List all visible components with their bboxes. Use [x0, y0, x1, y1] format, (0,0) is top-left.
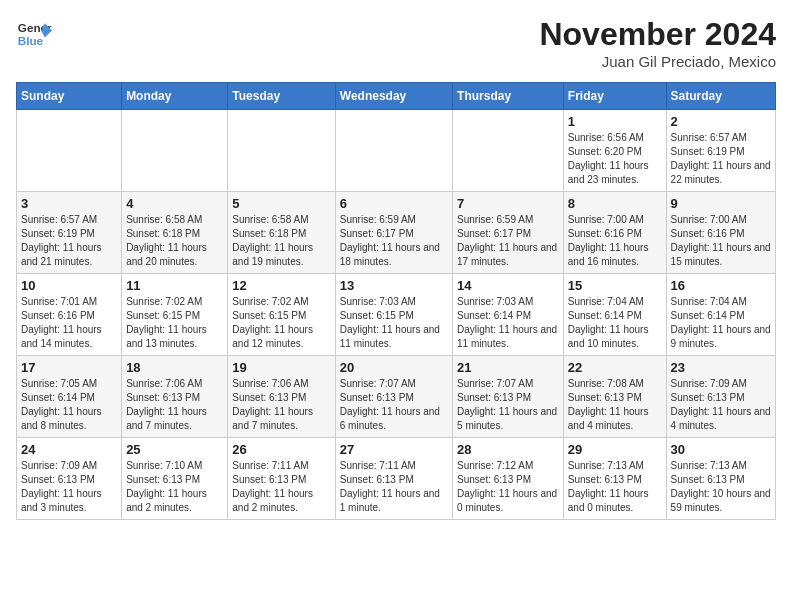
calendar-cell: 18Sunrise: 7:06 AM Sunset: 6:13 PM Dayli…	[122, 356, 228, 438]
day-number: 2	[671, 114, 771, 129]
header: General Blue November 2024 Juan Gil Prec…	[16, 16, 776, 70]
calendar-cell: 2Sunrise: 6:57 AM Sunset: 6:19 PM Daylig…	[666, 110, 775, 192]
calendar-cell: 9Sunrise: 7:00 AM Sunset: 6:16 PM Daylig…	[666, 192, 775, 274]
calendar-cell: 19Sunrise: 7:06 AM Sunset: 6:13 PM Dayli…	[228, 356, 335, 438]
calendar-cell: 27Sunrise: 7:11 AM Sunset: 6:13 PM Dayli…	[335, 438, 452, 520]
day-number: 1	[568, 114, 662, 129]
calendar-week-row: 17Sunrise: 7:05 AM Sunset: 6:14 PM Dayli…	[17, 356, 776, 438]
title-block: November 2024 Juan Gil Preciado, Mexico	[539, 16, 776, 70]
day-info: Sunrise: 7:09 AM Sunset: 6:13 PM Dayligh…	[21, 459, 117, 515]
day-number: 14	[457, 278, 559, 293]
day-number: 8	[568, 196, 662, 211]
calendar-week-row: 24Sunrise: 7:09 AM Sunset: 6:13 PM Dayli…	[17, 438, 776, 520]
calendar-cell	[453, 110, 564, 192]
day-number: 13	[340, 278, 448, 293]
day-info: Sunrise: 6:58 AM Sunset: 6:18 PM Dayligh…	[232, 213, 330, 269]
day-info: Sunrise: 6:59 AM Sunset: 6:17 PM Dayligh…	[340, 213, 448, 269]
weekday-header-row: Sunday Monday Tuesday Wednesday Thursday…	[17, 83, 776, 110]
day-number: 23	[671, 360, 771, 375]
day-number: 19	[232, 360, 330, 375]
day-info: Sunrise: 7:03 AM Sunset: 6:14 PM Dayligh…	[457, 295, 559, 351]
calendar-cell: 13Sunrise: 7:03 AM Sunset: 6:15 PM Dayli…	[335, 274, 452, 356]
day-info: Sunrise: 6:57 AM Sunset: 6:19 PM Dayligh…	[21, 213, 117, 269]
day-number: 7	[457, 196, 559, 211]
day-info: Sunrise: 7:02 AM Sunset: 6:15 PM Dayligh…	[232, 295, 330, 351]
calendar-cell: 1Sunrise: 6:56 AM Sunset: 6:20 PM Daylig…	[563, 110, 666, 192]
day-info: Sunrise: 7:08 AM Sunset: 6:13 PM Dayligh…	[568, 377, 662, 433]
day-number: 16	[671, 278, 771, 293]
day-info: Sunrise: 7:03 AM Sunset: 6:15 PM Dayligh…	[340, 295, 448, 351]
day-info: Sunrise: 6:58 AM Sunset: 6:18 PM Dayligh…	[126, 213, 223, 269]
day-info: Sunrise: 7:07 AM Sunset: 6:13 PM Dayligh…	[457, 377, 559, 433]
calendar-week-row: 3Sunrise: 6:57 AM Sunset: 6:19 PM Daylig…	[17, 192, 776, 274]
calendar-header: Sunday Monday Tuesday Wednesday Thursday…	[17, 83, 776, 110]
day-info: Sunrise: 6:57 AM Sunset: 6:19 PM Dayligh…	[671, 131, 771, 187]
day-number: 9	[671, 196, 771, 211]
calendar-cell: 7Sunrise: 6:59 AM Sunset: 6:17 PM Daylig…	[453, 192, 564, 274]
calendar-week-row: 10Sunrise: 7:01 AM Sunset: 6:16 PM Dayli…	[17, 274, 776, 356]
calendar-cell: 14Sunrise: 7:03 AM Sunset: 6:14 PM Dayli…	[453, 274, 564, 356]
day-info: Sunrise: 7:02 AM Sunset: 6:15 PM Dayligh…	[126, 295, 223, 351]
calendar-cell	[122, 110, 228, 192]
calendar-cell: 5Sunrise: 6:58 AM Sunset: 6:18 PM Daylig…	[228, 192, 335, 274]
calendar-cell: 26Sunrise: 7:11 AM Sunset: 6:13 PM Dayli…	[228, 438, 335, 520]
day-number: 20	[340, 360, 448, 375]
day-number: 30	[671, 442, 771, 457]
day-info: Sunrise: 6:56 AM Sunset: 6:20 PM Dayligh…	[568, 131, 662, 187]
day-info: Sunrise: 7:12 AM Sunset: 6:13 PM Dayligh…	[457, 459, 559, 515]
day-info: Sunrise: 7:04 AM Sunset: 6:14 PM Dayligh…	[671, 295, 771, 351]
day-info: Sunrise: 7:11 AM Sunset: 6:13 PM Dayligh…	[340, 459, 448, 515]
calendar-cell: 23Sunrise: 7:09 AM Sunset: 6:13 PM Dayli…	[666, 356, 775, 438]
logo: General Blue	[16, 16, 52, 52]
day-info: Sunrise: 7:00 AM Sunset: 6:16 PM Dayligh…	[568, 213, 662, 269]
calendar-cell: 4Sunrise: 6:58 AM Sunset: 6:18 PM Daylig…	[122, 192, 228, 274]
day-info: Sunrise: 7:06 AM Sunset: 6:13 PM Dayligh…	[232, 377, 330, 433]
calendar-cell: 21Sunrise: 7:07 AM Sunset: 6:13 PM Dayli…	[453, 356, 564, 438]
calendar-cell: 24Sunrise: 7:09 AM Sunset: 6:13 PM Dayli…	[17, 438, 122, 520]
calendar-table: Sunday Monday Tuesday Wednesday Thursday…	[16, 82, 776, 520]
day-number: 11	[126, 278, 223, 293]
day-number: 28	[457, 442, 559, 457]
day-info: Sunrise: 7:04 AM Sunset: 6:14 PM Dayligh…	[568, 295, 662, 351]
calendar-cell: 16Sunrise: 7:04 AM Sunset: 6:14 PM Dayli…	[666, 274, 775, 356]
header-saturday: Saturday	[666, 83, 775, 110]
calendar-cell	[17, 110, 122, 192]
calendar-cell: 6Sunrise: 6:59 AM Sunset: 6:17 PM Daylig…	[335, 192, 452, 274]
calendar-cell: 15Sunrise: 7:04 AM Sunset: 6:14 PM Dayli…	[563, 274, 666, 356]
day-number: 17	[21, 360, 117, 375]
month-year-title: November 2024	[539, 16, 776, 53]
calendar-cell: 17Sunrise: 7:05 AM Sunset: 6:14 PM Dayli…	[17, 356, 122, 438]
day-info: Sunrise: 7:00 AM Sunset: 6:16 PM Dayligh…	[671, 213, 771, 269]
header-thursday: Thursday	[453, 83, 564, 110]
day-number: 5	[232, 196, 330, 211]
calendar-cell: 30Sunrise: 7:13 AM Sunset: 6:13 PM Dayli…	[666, 438, 775, 520]
header-wednesday: Wednesday	[335, 83, 452, 110]
calendar-cell: 8Sunrise: 7:00 AM Sunset: 6:16 PM Daylig…	[563, 192, 666, 274]
day-info: Sunrise: 6:59 AM Sunset: 6:17 PM Dayligh…	[457, 213, 559, 269]
logo-icon: General Blue	[16, 16, 52, 52]
day-number: 4	[126, 196, 223, 211]
day-info: Sunrise: 7:06 AM Sunset: 6:13 PM Dayligh…	[126, 377, 223, 433]
day-info: Sunrise: 7:07 AM Sunset: 6:13 PM Dayligh…	[340, 377, 448, 433]
calendar-body: 1Sunrise: 6:56 AM Sunset: 6:20 PM Daylig…	[17, 110, 776, 520]
calendar-cell	[228, 110, 335, 192]
header-sunday: Sunday	[17, 83, 122, 110]
svg-text:Blue: Blue	[18, 34, 44, 47]
calendar-cell: 3Sunrise: 6:57 AM Sunset: 6:19 PM Daylig…	[17, 192, 122, 274]
day-info: Sunrise: 7:13 AM Sunset: 6:13 PM Dayligh…	[671, 459, 771, 515]
calendar-cell: 25Sunrise: 7:10 AM Sunset: 6:13 PM Dayli…	[122, 438, 228, 520]
day-number: 25	[126, 442, 223, 457]
day-number: 3	[21, 196, 117, 211]
day-info: Sunrise: 7:09 AM Sunset: 6:13 PM Dayligh…	[671, 377, 771, 433]
day-number: 29	[568, 442, 662, 457]
day-info: Sunrise: 7:11 AM Sunset: 6:13 PM Dayligh…	[232, 459, 330, 515]
day-info: Sunrise: 7:05 AM Sunset: 6:14 PM Dayligh…	[21, 377, 117, 433]
day-number: 24	[21, 442, 117, 457]
day-number: 26	[232, 442, 330, 457]
day-number: 10	[21, 278, 117, 293]
day-info: Sunrise: 7:13 AM Sunset: 6:13 PM Dayligh…	[568, 459, 662, 515]
day-number: 6	[340, 196, 448, 211]
day-number: 18	[126, 360, 223, 375]
calendar-cell: 29Sunrise: 7:13 AM Sunset: 6:13 PM Dayli…	[563, 438, 666, 520]
day-number: 22	[568, 360, 662, 375]
